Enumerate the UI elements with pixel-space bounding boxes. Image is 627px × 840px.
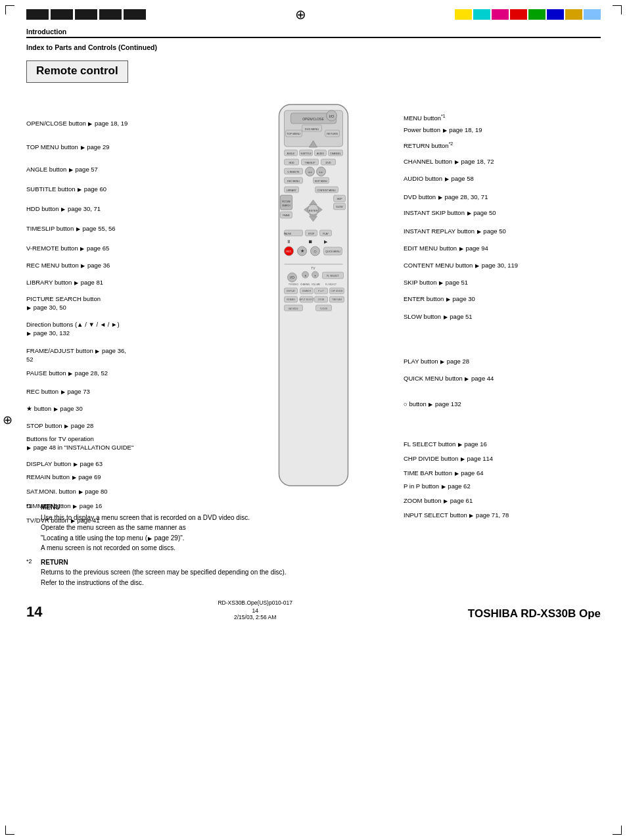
label-angle: ANGLE button ▶ page 57 <box>26 166 98 174</box>
arrow-icon: ▶ <box>74 280 78 287</box>
arrow-icon: ▶ <box>439 280 443 287</box>
black-square-5 <box>124 9 146 20</box>
label-return: RETURN button*2 <box>404 141 453 151</box>
svg-text:HDD: HDD <box>289 162 294 164</box>
svg-text:►►: ►► <box>319 171 323 174</box>
svg-text:TOP MENU: TOP MENU <box>287 132 300 135</box>
svg-text:QUICK MENU: QUICK MENU <box>325 250 340 253</box>
black-squares <box>26 9 146 20</box>
footer-date: 2/15/03, 2:56 AM <box>42 614 467 620</box>
svg-text:V-REMOTE: V-REMOTE <box>287 171 300 174</box>
svg-text:FL SELECT: FL SELECT <box>325 283 337 286</box>
svg-text:FRAME: FRAME <box>283 214 290 217</box>
arrow-icon: ▶ <box>68 371 72 378</box>
arrow-icon: ▶ <box>446 296 450 304</box>
label-enter: ENTER button ▶ page 30 <box>404 295 475 304</box>
arrow-icon: ▶ <box>81 145 85 152</box>
label-topmenu: TOP MENU button ▶ page 29 <box>26 143 109 152</box>
color-swatch-darkyellow <box>565 9 582 20</box>
label-circle: ○ button ▶ page 132 <box>404 400 461 409</box>
arrow-icon: ▶ <box>27 331 31 338</box>
corner-tr <box>613 5 622 14</box>
footer-page: 14 <box>42 607 467 614</box>
arrow-icon: ▶ <box>81 263 85 270</box>
label-dvd: DVD button ▶ page 28, 30, 71 <box>404 193 488 202</box>
label-inputselect: INPUT SELECT button ▶ page 71, 78 <box>404 511 509 520</box>
svg-text:TV/VIDEO: TV/VIDEO <box>289 283 298 286</box>
label-rec: REC button ▶ page 73 <box>26 388 90 396</box>
svg-text:★: ★ <box>300 248 304 253</box>
label-chpdivide: CHP DIVIDE button ▶ page 114 <box>404 455 493 463</box>
label-slow: SLOW button ▶ page 51 <box>404 313 473 321</box>
svg-text:ENTER: ENTER <box>309 209 318 212</box>
label-power: Power button ▶ page 18, 19 <box>404 126 482 135</box>
label-frameadj: FRAME/ADJUST button ▶ page 36,52 <box>26 347 184 364</box>
svg-text:TIME BAR: TIME BAR <box>332 298 342 301</box>
corner-bl <box>5 826 14 835</box>
arrow-icon: ▶ <box>27 445 31 452</box>
svg-text:I/O: I/O <box>290 275 294 279</box>
section-label: Introduction <box>26 28 601 35</box>
remote-control-title: Remote control <box>36 64 118 77</box>
label-subtitle: SUBTITLE button ▶ page 60 <box>26 185 106 194</box>
arrow-icon: ▶ <box>69 167 73 174</box>
corner-tl <box>5 5 14 14</box>
footnote-2-title: RETURN <box>41 559 68 566</box>
color-swatch-red <box>510 9 527 20</box>
label-instantreplay: INSTANT REPLAY button ▶ page 50 <box>404 227 506 236</box>
svg-text:+: + <box>314 273 316 277</box>
label-contentmenu: CONTENT MENU button ▶ page 30, 119 <box>404 262 518 270</box>
arrow-icon: ▶ <box>73 503 77 511</box>
arrow-icon: ▶ <box>469 513 473 520</box>
page-footer: 14 RD-XS30B.Ope(US)p010-017 14 2/15/03, … <box>26 599 601 620</box>
svg-text:LIBRARY: LIBRARY <box>287 189 297 192</box>
svg-text:CONTENT MENU: CONTENT MENU <box>317 189 336 192</box>
label-instantskip: INSTANT SKIP button ▶ page 50 <box>404 209 496 218</box>
svg-text:⏹: ⏹ <box>308 239 313 244</box>
header-rule <box>26 37 601 38</box>
label-stop: STOP button ▶ page 28 <box>26 422 93 431</box>
label-timebar: TIME BAR button ▶ page 64 <box>404 469 484 478</box>
color-squares <box>455 9 601 20</box>
svg-text:∧: ∧ <box>304 273 307 277</box>
footnote-2: *2 RETURN Returns to the previous screen… <box>26 557 601 588</box>
registration-mark: ⊕ <box>295 7 306 22</box>
svg-text:⏸: ⏸ <box>287 239 291 244</box>
label-pinp: P in P button ▶ page 62 <box>404 482 471 491</box>
arrow-icon: ▶ <box>467 210 471 218</box>
svg-text:SUBTITLE: SUBTITLE <box>300 152 312 155</box>
color-swatch-magenta <box>492 9 509 20</box>
svg-text:PAUSE: PAUSE <box>284 233 292 235</box>
label-editmenu: EDIT MENU button ▶ page 94 <box>404 245 488 253</box>
label-dimmer: DIMMER button ▶ page 16 <box>26 502 102 511</box>
arrow-icon: ▶ <box>465 376 469 383</box>
page: ⊕ Introduction Index to Parts and Contro… <box>0 0 627 840</box>
arrow-icon: ▶ <box>27 305 31 312</box>
arrow-icon: ▶ <box>442 484 446 491</box>
color-swatch-lightblue <box>584 9 601 20</box>
label-tvbuttons: Buttons for TV operation▶ page 48 in "IN… <box>26 435 197 452</box>
arrow-icon: ▶ <box>80 246 84 253</box>
svg-text:STOP: STOP <box>308 233 315 235</box>
svg-text:ZOOM: ZOOM <box>318 298 325 301</box>
arrow-icon: ▶ <box>444 314 448 321</box>
svg-text:TIMESLIP: TIMESLIP <box>305 162 316 164</box>
label-star: ★ button ▶ page 30 <box>26 405 83 413</box>
arrow-icon: ▶ <box>455 471 459 478</box>
arrow-icon: ▶ <box>445 176 449 183</box>
diagram-wrapper: OPEN/CLOSE button ▶ page 18, 19 TOP MENU… <box>26 101 601 496</box>
arrow-icon: ▶ <box>443 128 447 135</box>
svg-text:RETURN: RETURN <box>327 132 338 135</box>
svg-text:DIMMER: DIMMER <box>302 290 312 292</box>
remote-control-title-box: Remote control <box>26 60 128 83</box>
arrow-icon: ▶ <box>61 206 65 214</box>
svg-text:SLOW: SLOW <box>336 206 343 208</box>
black-square-4 <box>99 9 122 20</box>
footnote-2-text: Returns to the previous screen (the scre… <box>41 569 287 586</box>
label-play: PLAY button ▶ page 28 <box>404 358 469 366</box>
label-library: LIBRARY button ▶ page 81 <box>26 279 103 287</box>
arrow-icon: ▶ <box>64 423 68 431</box>
remote-control-section: Remote control <box>26 60 601 95</box>
svg-text:SAT.MONI.: SAT.MONI. <box>289 308 299 310</box>
label-remain: REMAIN button ▶ page 69 <box>26 473 101 482</box>
